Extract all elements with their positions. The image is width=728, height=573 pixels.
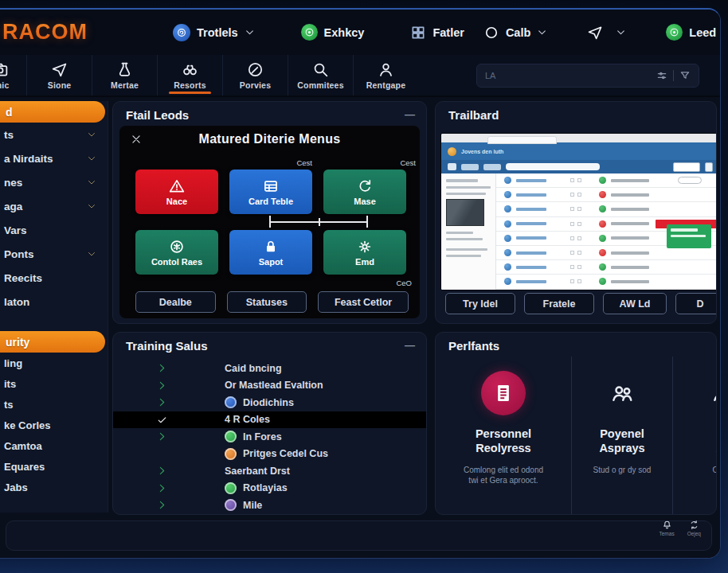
menu-tile[interactable]: Nace	[135, 170, 218, 214]
training-row[interactable]: Pritges Cedel Cus	[113, 446, 426, 463]
sidebar-item[interactable]: its	[0, 373, 108, 394]
perfidants-column[interactable]: DeAa Ouo e	[672, 357, 717, 514]
minimize-button[interactable]: —	[405, 339, 415, 351]
sidebar-item-label: Vars	[4, 224, 27, 236]
lock-icon	[263, 239, 279, 255]
perfidants-column[interactable]: PersonnelReolyress Comlong elit ed odond…	[436, 357, 571, 514]
header-user-dropdown[interactable]: Calb	[474, 20, 557, 45]
menu-tile[interactable]: Sapot	[229, 230, 312, 275]
nav-tab-label: rmic	[0, 80, 9, 90]
training-row-label: Pritges Cedel Cus	[243, 448, 328, 459]
training-row[interactable]: Caid bncing	[113, 360, 426, 377]
matured-menus-panel: Matured Diterie Menus Cest Cest CeO Nace…	[119, 126, 420, 318]
nav-tab[interactable]: Commitees	[288, 55, 353, 96]
top-header: RACOM Trotlels Exhkcy Fatler	[0, 10, 720, 55]
chev-icon	[157, 466, 167, 476]
nav-tab[interactable]: Mertae	[92, 55, 157, 96]
panel-button[interactable]: Dealbe	[135, 291, 216, 313]
panel-button[interactable]: Feast Cetlor	[318, 291, 409, 313]
bottom-item-label: Temas	[659, 531, 674, 536]
trailboard-button[interactable]: Fratele	[524, 293, 594, 314]
status-dot-icon	[225, 431, 237, 442]
menu-tile[interactable]: Emd	[323, 230, 406, 275]
chevron-down-icon	[245, 27, 255, 37]
column-title: DeAa	[716, 427, 717, 455]
sidebar-item[interactable]: Vars	[0, 218, 108, 242]
perfidants-column[interactable]: PoyenelAsprays Stud o gr dy sod	[571, 357, 672, 514]
training-row[interactable]: Rotlayias	[113, 480, 426, 497]
header-dropdown[interactable]: Fatler	[401, 20, 474, 45]
minimize-button[interactable]: —	[405, 108, 415, 120]
training-row[interactable]: Or Mastlead Evaltion	[113, 377, 426, 395]
row-icon	[504, 278, 511, 285]
bottom-item[interactable]: Oejeq	[687, 520, 701, 536]
sidebar-section-header-2[interactable]: urity	[0, 331, 105, 353]
header-user-dropdown[interactable]	[577, 20, 636, 45]
sidebar-item[interactable]: Jabs	[0, 477, 108, 497]
trailboard-buttons: Try Idel Fratele AW Ld D	[445, 293, 717, 314]
app-logo-dot	[448, 147, 456, 156]
nav-tab[interactable]: rmic	[0, 55, 26, 96]
app-sidebar	[441, 173, 496, 290]
column-title: PoyenelAsprays	[599, 427, 644, 455]
training-row[interactable]: Saerbant Drst	[113, 462, 426, 480]
divider	[673, 70, 674, 81]
nav-tab[interactable]: Resorts	[157, 55, 222, 96]
sidebar-item-label: ke Corles	[4, 419, 51, 431]
training-row[interactable]: In Fores	[113, 428, 426, 446]
header-dropdown[interactable]: Trotlels	[163, 19, 264, 46]
sidebar-item[interactable]: ts	[0, 394, 108, 415]
training-row[interactable]: 4 R Coles	[113, 411, 426, 429]
grid-icon	[410, 25, 426, 41]
training-row[interactable]: Diodichins	[113, 394, 426, 411]
menu-tile[interactable]: Card Teble	[229, 170, 312, 214]
app-dropdown	[673, 162, 700, 172]
sidebar-item[interactable]: nes	[0, 170, 108, 194]
training-row-label: Diodichins	[243, 397, 294, 408]
sidebar-item[interactable]: Ponts	[0, 242, 108, 266]
trailboard-button[interactable]: D	[675, 293, 717, 314]
sidebar-item-label: ts	[4, 129, 14, 141]
status-dot-icon	[225, 482, 237, 494]
warning-icon	[169, 178, 185, 194]
sidebar-item[interactable]: Reecits	[0, 266, 108, 290]
plane-icon	[51, 61, 68, 78]
trailboard-button[interactable]: Try Idel	[445, 293, 515, 314]
sidebar-item-label: its	[4, 378, 16, 390]
header-user-label: Leed	[689, 26, 716, 39]
chev-icon	[157, 483, 167, 493]
menu-tile[interactable]: Contol Raes	[135, 230, 218, 275]
sidebar-section-header-1[interactable]: d	[0, 101, 105, 123]
trailboard-button[interactable]: AW Ld	[603, 293, 667, 314]
panel-button[interactable]: Statuses	[227, 291, 307, 313]
nav-tab-label: Commitees	[297, 80, 343, 90]
sidebar-item[interactable]: Equares	[0, 456, 108, 477]
nav-tab[interactable]: Rentgape	[353, 55, 418, 96]
training-row-label: Mile	[243, 500, 262, 511]
bottom-item[interactable]: Temas	[659, 520, 674, 536]
training-row-label: Saerbant Drst	[225, 466, 290, 477]
menu-tile[interactable]: Mase	[323, 170, 406, 214]
nav-tab[interactable]: Porvies	[222, 55, 288, 96]
header-dropdown[interactable]: Exhkcy	[292, 19, 374, 45]
sidebar-item[interactable]: ling	[0, 353, 108, 373]
app-title-text: Jovens den luth	[461, 149, 503, 154]
sidebar-item[interactable]: Camtoa	[0, 435, 108, 456]
sidebar-item[interactable]: aga	[0, 194, 108, 218]
sliders-icon[interactable]	[656, 70, 667, 81]
sidebar-item-label: aga	[4, 201, 22, 212]
app-table	[496, 173, 717, 290]
sidebar-item[interactable]: a Nirdaits	[0, 146, 108, 170]
column-subtitle: Stud o gr dy sod	[593, 465, 652, 475]
sidebar-item[interactable]: ts	[0, 123, 108, 146]
header-user-dropdown[interactable]: Leed	[656, 19, 721, 45]
search-input[interactable]	[485, 71, 656, 80]
nav-tab[interactable]: Sione	[26, 55, 92, 96]
filter-icon[interactable]	[679, 70, 691, 81]
status-icon	[599, 263, 606, 271]
sidebar-item[interactable]: ke Corles	[0, 415, 108, 435]
training-row[interactable]: Mile	[113, 497, 426, 514]
sidebar-item[interactable]: laton	[0, 290, 108, 314]
status-dot-icon	[225, 396, 237, 408]
nav-tab-label: Porvies	[240, 80, 271, 90]
